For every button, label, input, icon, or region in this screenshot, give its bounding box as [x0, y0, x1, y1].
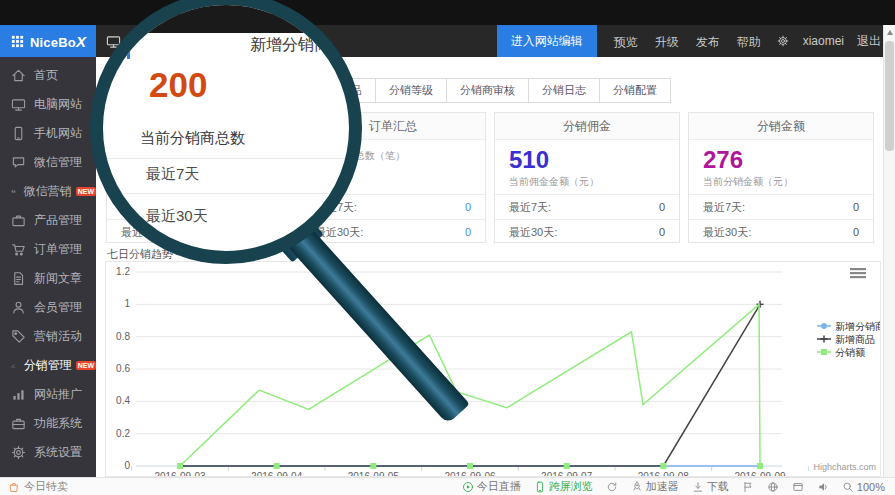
tab-logs[interactable]: 分销日志 [528, 78, 600, 103]
enter-site-edit-button[interactable]: 进入网站编辑 [497, 25, 597, 57]
topbar-link-help[interactable]: 帮助 [737, 35, 761, 49]
sidebar-item-label: 微信管理 [34, 154, 82, 171]
svg-text:2016-09-05: 2016-09-05 [348, 471, 400, 476]
tag-icon [11, 329, 26, 344]
svg-text:2016-09-08: 2016-09-08 [638, 471, 690, 476]
gear-icon[interactable] [777, 35, 789, 47]
status-item-download[interactable]: 下载 [692, 479, 729, 494]
sidebar-item-promotion[interactable]: 网站推广 [0, 380, 96, 409]
sidebar-item-settings[interactable]: 系统设置 [0, 438, 96, 467]
tab-review[interactable]: 分销商审核 [446, 78, 529, 103]
topbar-link-preview[interactable]: 预览 [614, 35, 638, 49]
sidebar-item-label: 网站推广 [34, 386, 82, 403]
svg-text:2016-09-07: 2016-09-07 [541, 471, 593, 476]
logo-text: NiceBoX [30, 33, 86, 50]
status-left[interactable]: 今日特卖 [8, 479, 68, 494]
topbar-link-publish[interactable]: 发布 [696, 35, 720, 49]
sidebar-item-wechat-marketing[interactable]: 微信营销NEW [0, 177, 96, 206]
chart-title: 七日分销趋势 [107, 247, 173, 262]
row-label: 最近7天: [703, 200, 745, 215]
status-item-cross-screen[interactable]: 跨屏浏览 [534, 479, 593, 494]
sidebar-item-label: 新闻文章 [34, 270, 82, 287]
logout-link[interactable]: 退出 [857, 33, 881, 50]
username[interactable]: xiaomei [803, 34, 844, 48]
sidebar-item-wechat[interactable]: 微信管理 [0, 148, 96, 177]
magnified-row-7days: 最近7天 [146, 165, 199, 184]
status-item-window[interactable] [792, 481, 804, 493]
sidebar-item-marketing[interactable]: 营销活动 [0, 322, 96, 351]
download-icon [692, 481, 704, 493]
row-label: 最近30天: [703, 225, 751, 240]
chat-icon [11, 155, 26, 170]
status-item-label: 100% [857, 481, 885, 493]
svg-text:2016-09-06: 2016-09-06 [444, 471, 496, 476]
sidebar-item-news[interactable]: 新闻文章 [0, 264, 96, 293]
svg-text:1: 1 [124, 298, 130, 309]
status-item-label: 今日直播 [477, 479, 521, 494]
status-item-flag[interactable] [742, 481, 754, 493]
rocket-icon [631, 481, 643, 493]
sidebar-item-members[interactable]: 会员管理 [0, 293, 96, 322]
phone-icon [534, 481, 546, 493]
app-logo: NiceBoX [0, 25, 96, 57]
sidebar: 首页电脑网站手机网站微信管理微信营销NEW产品管理订单管理新闻文章会员管理营销活… [0, 57, 96, 477]
card-stat-row: 最近7天:0 [495, 194, 679, 219]
screen: NiceBoX 进入网站编辑 预览升级发布帮助 xiaomei 退出 首页电脑网… [0, 0, 895, 495]
status-item-refresh[interactable] [606, 481, 618, 493]
window-top-strip [0, 0, 895, 25]
home-icon [11, 68, 26, 83]
scrollbar-thumb[interactable] [885, 41, 894, 151]
status-item-sound[interactable] [817, 481, 829, 493]
status-item-booster[interactable]: 加速器 [631, 479, 679, 494]
grid-icon [10, 34, 25, 49]
sale-bag-icon [8, 481, 20, 493]
cart-icon [11, 242, 26, 257]
svg-text:新增商品: 新增商品 [835, 334, 875, 345]
sidebar-item-label: 微信营销 [24, 183, 72, 200]
card-stat-row: 最近30天:0 [301, 219, 485, 244]
sidebar-item-distribution[interactable]: 分销管理NEW [0, 351, 96, 380]
vertical-scrollbar[interactable] [883, 25, 895, 477]
line-chart-icon [11, 358, 16, 373]
sidebar-item-orders[interactable]: 订单管理 [0, 235, 96, 264]
status-item-zoom[interactable]: 100% [842, 481, 885, 493]
status-item-label: 加速器 [646, 479, 679, 494]
sidebar-item-label: 分销管理 [24, 357, 72, 374]
sidebar-item-label: 功能系统 [34, 415, 82, 432]
sidebar-item-label: 产品管理 [34, 212, 82, 229]
monitor-icon [11, 97, 26, 112]
sidebar-item-label: 系统设置 [34, 444, 82, 461]
tab-levels[interactable]: 分销等级 [375, 78, 447, 103]
tab-config[interactable]: 分销配置 [599, 78, 671, 103]
flag-icon [742, 481, 754, 493]
sidebar-item-label: 电脑网站 [34, 96, 82, 113]
card-title: 分销佣金 [495, 113, 679, 140]
status-item-label: 跨屏浏览 [549, 479, 593, 494]
card-subtitle: 当前佣金金额（元） [509, 175, 665, 189]
svg-text:新增分销商: 新增分销商 [835, 321, 880, 332]
row-label: 最近7天: [509, 200, 551, 215]
svg-text:2016-09-09: 2016-09-09 [734, 471, 786, 476]
signal-icon [11, 387, 26, 402]
sidebar-item-label: 营销活动 [34, 328, 82, 345]
svg-text:0: 0 [124, 460, 130, 471]
sidebar-item-products[interactable]: 产品管理 [0, 206, 96, 235]
window-icon [792, 481, 804, 493]
topbar-links: 预览升级发布帮助 [597, 32, 761, 51]
row-value: 0 [465, 226, 471, 238]
sidebar-item-pc-site[interactable]: 电脑网站 [0, 90, 96, 119]
topbar-link-upgrade[interactable]: 升级 [655, 35, 679, 49]
sidebar-item-mobile-site[interactable]: 手机网站 [0, 119, 96, 148]
sidebar-item-label: 订单管理 [34, 241, 82, 258]
scroll-up-arrow[interactable] [884, 25, 895, 39]
row-value: 0 [659, 201, 665, 213]
sidebar-item-home[interactable]: 首页 [0, 61, 96, 90]
status-item-network[interactable] [767, 481, 779, 493]
svg-text:分销额: 分销额 [835, 347, 865, 358]
speaker-icon [817, 481, 829, 493]
status-item-live[interactable]: 今日直播 [462, 479, 521, 494]
refresh-icon [606, 481, 618, 493]
divider [103, 158, 349, 159]
sidebar-item-features[interactable]: 功能系统 [0, 409, 96, 438]
sidebar-item-label: 会员管理 [34, 299, 82, 316]
